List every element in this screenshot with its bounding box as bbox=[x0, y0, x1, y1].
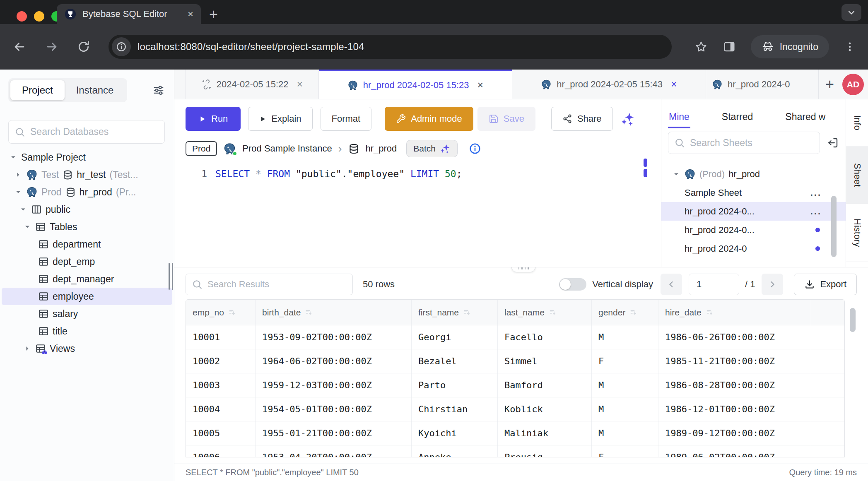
database-search-input[interactable] bbox=[30, 126, 159, 137]
vertical-display-toggle[interactable] bbox=[559, 278, 586, 291]
tree-item-table-salary[interactable]: salary bbox=[0, 305, 174, 322]
tab-starred[interactable]: Starred bbox=[721, 103, 754, 128]
sheet-item-sample[interactable]: Sample Sheet ... bbox=[661, 183, 846, 202]
cell-birth-date[interactable]: 1953-04-20T00:00:00Z bbox=[256, 445, 412, 457]
tab-history[interactable]: History bbox=[846, 204, 868, 262]
sort-icon[interactable] bbox=[549, 308, 557, 317]
table-row[interactable]: 10005 1955-01-21T00:00:00Z Kyoichi Malin… bbox=[186, 421, 844, 445]
tab-info[interactable]: Info bbox=[846, 99, 868, 146]
tab-mine[interactable]: Mine bbox=[668, 103, 690, 128]
cell-birth-date[interactable]: 1955-01-21T00:00:00Z bbox=[256, 421, 412, 445]
cell-gender[interactable]: F bbox=[592, 349, 658, 373]
new-tab-button[interactable]: + bbox=[209, 6, 218, 23]
close-tab-icon[interactable]: × bbox=[188, 8, 193, 20]
close-window-button[interactable] bbox=[17, 11, 27, 22]
ai-sparkle-icon[interactable] bbox=[620, 111, 635, 126]
sheets-search-input[interactable] bbox=[690, 137, 814, 149]
tree-item-table-dept-manager[interactable]: dept_manager bbox=[0, 270, 174, 288]
column-header-first-name[interactable]: first_name bbox=[412, 300, 498, 325]
back-button[interactable] bbox=[12, 40, 27, 54]
sheets-search[interactable] bbox=[668, 132, 820, 154]
cell-first-name[interactable]: Chirstian bbox=[412, 397, 498, 421]
sheet-item-unsaved-2[interactable]: hr_prod 2024-0 bbox=[661, 239, 846, 258]
filter-sliders-icon[interactable] bbox=[152, 84, 165, 96]
sheet-group-hr-prod[interactable]: (Prod) hr_prod bbox=[661, 165, 846, 183]
caret-down-icon[interactable] bbox=[19, 205, 27, 214]
sheet-tab-4[interactable]: hr_prod 2024-0 bbox=[706, 70, 819, 99]
tree-item-tables-group[interactable]: Tables bbox=[0, 218, 174, 236]
results-search-input[interactable] bbox=[207, 279, 347, 290]
caret-down-icon[interactable] bbox=[23, 223, 31, 231]
cell-last-name[interactable]: Simmel bbox=[498, 349, 592, 373]
sheet-menu-icon[interactable]: ... bbox=[810, 206, 822, 217]
tab-instance[interactable]: Instance bbox=[65, 80, 125, 100]
sheet-item-unsaved-1[interactable]: hr_prod 2024-0... bbox=[661, 221, 846, 239]
caret-right-icon[interactable] bbox=[23, 344, 31, 353]
browser-tab[interactable]: Bytebase SQL Editor × bbox=[57, 4, 201, 24]
caret-right-icon[interactable] bbox=[14, 171, 22, 179]
panel-resize-handle-horizontal[interactable] bbox=[511, 267, 535, 272]
cell-gender[interactable]: M bbox=[592, 397, 658, 421]
bookmark-star-icon[interactable] bbox=[694, 40, 708, 53]
cell-first-name[interactable]: Georgi bbox=[412, 325, 498, 349]
database-name[interactable]: hr_prod bbox=[366, 143, 397, 154]
cell-emp-no[interactable]: 10001 bbox=[186, 325, 256, 349]
tree-item-project[interactable]: Sample Project bbox=[0, 149, 174, 166]
tab-project[interactable]: Project bbox=[10, 80, 65, 100]
close-sheet-icon[interactable]: × bbox=[297, 78, 303, 90]
cell-emp-no[interactable]: 10002 bbox=[186, 349, 256, 373]
sheet-menu-icon[interactable]: ... bbox=[810, 188, 822, 198]
cell-birth-date[interactable]: 1953-09-02T00:00:00Z bbox=[256, 325, 412, 349]
tree-item-table-dept-emp[interactable]: dept_emp bbox=[0, 253, 174, 270]
cell-gender[interactable]: M bbox=[592, 373, 658, 397]
save-button[interactable]: Save bbox=[477, 107, 535, 131]
cell-first-name[interactable]: Kyoichi bbox=[412, 421, 498, 445]
code-editor[interactable]: 1 SELECT * FROM "public"."employee" LIMI… bbox=[186, 168, 661, 179]
cell-emp-no[interactable]: 10003 bbox=[186, 373, 256, 397]
table-row[interactable]: 10002 1964-06-02T00:00:00Z Bezalel Simme… bbox=[186, 349, 844, 373]
run-button[interactable]: Run bbox=[186, 107, 241, 131]
cell-first-name[interactable]: Parto bbox=[412, 373, 498, 397]
cell-hire-date[interactable]: 1989-09-12T00:00:00Z bbox=[658, 421, 811, 445]
batch-button[interactable]: Batch bbox=[406, 140, 458, 157]
explain-button[interactable]: Explain bbox=[248, 107, 312, 131]
cell-birth-date[interactable]: 1964-06-02T00:00:00Z bbox=[256, 349, 412, 373]
sheet-tab-1[interactable]: 2024-02-05 15:22 × bbox=[186, 70, 319, 99]
sheet-item-selected[interactable]: hr_prod 2024-0... ... bbox=[661, 202, 846, 221]
sheets-scrollbar[interactable] bbox=[831, 196, 837, 257]
results-scrollbar[interactable] bbox=[850, 308, 856, 332]
reload-button[interactable] bbox=[77, 40, 90, 53]
info-icon[interactable] bbox=[469, 142, 481, 155]
cell-birth-date[interactable]: 1959-12-03T00:00:00Z bbox=[256, 373, 412, 397]
instance-name[interactable]: Prod Sample Instance bbox=[242, 143, 332, 154]
address-bar[interactable]: localhost:8080/sql-editor/sheet/project-… bbox=[108, 35, 672, 59]
share-button[interactable]: Share bbox=[551, 107, 613, 131]
tab-search-button[interactable] bbox=[841, 4, 861, 21]
sort-icon[interactable] bbox=[228, 308, 236, 317]
page-number-input[interactable] bbox=[689, 274, 739, 295]
sort-icon[interactable] bbox=[305, 308, 313, 317]
minimize-window-button[interactable] bbox=[34, 11, 44, 22]
cell-emp-no[interactable]: 10006 bbox=[186, 445, 256, 457]
cell-first-name[interactable]: Anneke bbox=[412, 445, 498, 457]
sort-icon[interactable] bbox=[629, 308, 638, 317]
format-button[interactable]: Format bbox=[321, 107, 372, 131]
side-panel-icon[interactable] bbox=[723, 40, 736, 53]
sort-icon[interactable] bbox=[706, 308, 714, 317]
results-search[interactable] bbox=[186, 274, 353, 295]
tree-item-table-employee[interactable]: employee bbox=[2, 288, 172, 305]
table-row[interactable]: 10006 1953-04-20T00:00:00Z Anneke Preusi… bbox=[186, 445, 844, 457]
cell-gender[interactable]: F bbox=[592, 445, 658, 457]
tree-item-table-title[interactable]: title bbox=[0, 322, 174, 340]
cell-last-name[interactable]: Facello bbox=[498, 325, 592, 349]
sidebar-resize-handle[interactable] bbox=[169, 263, 173, 290]
cell-hire-date[interactable]: 1985-11-21T00:00:00Z bbox=[658, 349, 811, 373]
column-header-hire-date[interactable]: hire_date bbox=[658, 300, 811, 325]
sort-icon[interactable] bbox=[463, 308, 471, 317]
cell-birth-date[interactable]: 1954-05-01T00:00:00Z bbox=[256, 397, 412, 421]
tab-shared[interactable]: Shared w bbox=[784, 103, 826, 128]
tree-item-table-department[interactable]: department bbox=[0, 236, 174, 253]
table-row[interactable]: 10003 1959-12-03T00:00:00Z Parto Bamford… bbox=[186, 373, 844, 397]
export-button[interactable]: Export bbox=[794, 274, 857, 295]
close-sheet-icon[interactable]: × bbox=[671, 78, 677, 90]
